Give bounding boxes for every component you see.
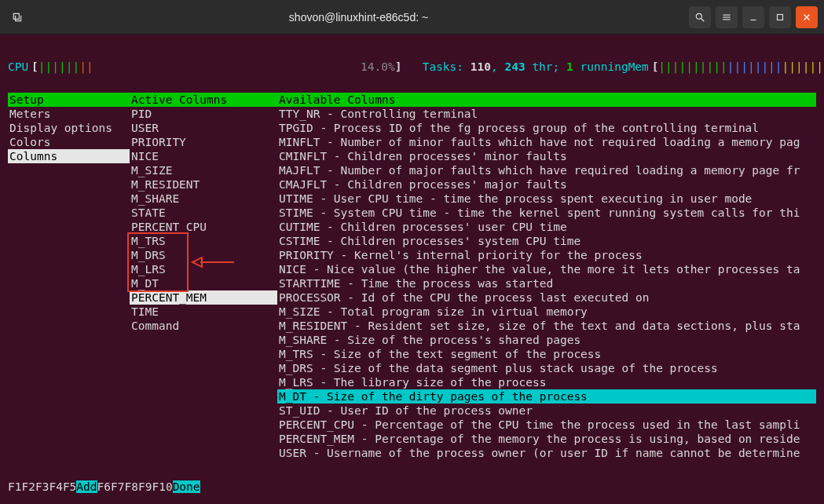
available-columns-panel-item[interactable]: STIME - System CPU time - time the kerne… bbox=[277, 206, 816, 220]
available-columns-panel-item[interactable]: M_DT - Size of the dirty pages of the pr… bbox=[277, 389, 816, 404]
search-button[interactable] bbox=[689, 6, 711, 28]
available-columns-panel-item[interactable]: CMINFLT - Children processes' minor faul… bbox=[277, 149, 816, 163]
available-columns-panel-item[interactable]: PROCESSOR - Id of the CPU the process la… bbox=[277, 290, 816, 305]
fkey-F5: F5 bbox=[63, 480, 76, 493]
available-columns-panel-item[interactable]: CMAJFLT - Children processes' major faul… bbox=[277, 177, 816, 192]
available-columns-panel-item[interactable]: PRIORITY - Kernel's internal priority fo… bbox=[277, 248, 816, 262]
active-columns-panel-item[interactable]: PERCENT_MEM bbox=[130, 290, 277, 305]
svg-line-1 bbox=[701, 18, 705, 21]
minimize-button[interactable] bbox=[742, 6, 764, 28]
maximize-button[interactable] bbox=[769, 6, 791, 28]
active-columns-panel-item[interactable]: TIME bbox=[130, 305, 277, 319]
available-columns-panel-item[interactable]: TTY_NR - Controlling terminal bbox=[277, 107, 816, 121]
fkey-label-F5[interactable]: Add bbox=[76, 480, 97, 493]
setup-panel: Setup MetersDisplay optionsColorsColumns bbox=[8, 93, 130, 460]
fkey-F4: F4 bbox=[49, 480, 62, 493]
fkey-label-F10[interactable]: Done bbox=[173, 480, 200, 493]
available-columns-panel-item[interactable]: MINFLT - Number of minor faults which ha… bbox=[277, 135, 816, 149]
active-columns-panel-item[interactable]: M_DRS bbox=[130, 248, 277, 262]
available-columns-panel-item[interactable]: NICE - Nice value (the higher the value,… bbox=[277, 262, 816, 276]
active-columns-panel-item[interactable]: M_RESIDENT bbox=[130, 177, 277, 192]
svg-rect-6 bbox=[778, 14, 783, 20]
svg-point-0 bbox=[696, 13, 701, 19]
active-columns-panel-item[interactable]: NICE bbox=[130, 149, 277, 163]
active-columns-panel-item[interactable]: USER bbox=[130, 121, 277, 135]
available-columns-panel-item[interactable]: TPGID - Process ID of the fg process gro… bbox=[277, 121, 816, 135]
fkey-F7: F7 bbox=[111, 480, 124, 493]
active-columns-panel-item[interactable]: PRIORITY bbox=[130, 135, 277, 149]
fkey-F8: F8 bbox=[124, 480, 137, 493]
available-columns-panel-item[interactable]: M_SIZE - Total program size in virtual m… bbox=[277, 305, 816, 319]
available-columns-panel-item[interactable]: M_SHARE - Size of the process's shared p… bbox=[277, 333, 816, 347]
available-columns-panel-item[interactable]: USER - Username of the process owner (or… bbox=[277, 446, 816, 460]
fkey-F6: F6 bbox=[97, 480, 111, 493]
setup-panel-item[interactable]: Colors bbox=[8, 135, 130, 149]
active-columns-panel-item[interactable]: M_TRS bbox=[130, 234, 277, 248]
active-columns-panel-item[interactable]: STATE bbox=[130, 206, 277, 220]
fkey-F2: F2 bbox=[21, 480, 35, 493]
setup-panel-header: Setup bbox=[8, 93, 130, 107]
available-columns-panel-item[interactable]: MAJFLT - Number of major faults which ha… bbox=[277, 163, 816, 177]
available-columns-panel-header: Available Columns bbox=[277, 93, 816, 107]
available-columns-panel-item[interactable]: M_RESIDENT - Resident set size, size of … bbox=[277, 319, 816, 333]
active-columns-panel-item[interactable]: PERCENT_CPU bbox=[130, 220, 277, 234]
available-columns-panel-item[interactable]: PERCENT_MEM - Percentage of the memory t… bbox=[277, 432, 816, 446]
active-columns-panel-item[interactable]: M_SIZE bbox=[130, 163, 277, 177]
active-columns-panel-header: Active Columns bbox=[130, 93, 277, 107]
fkey-F1: F1 bbox=[8, 480, 21, 493]
active-columns-panel-item[interactable]: Command bbox=[130, 319, 277, 333]
available-columns-panel-item[interactable]: PERCENT_CPU - Percentage of the CPU time… bbox=[277, 418, 816, 432]
active-columns-panel-item[interactable]: M_DT bbox=[130, 276, 277, 290]
available-columns-panel-item[interactable]: M_TRS - Size of the text segment of the … bbox=[277, 347, 816, 361]
setup-panel-item[interactable]: Display options bbox=[8, 121, 130, 135]
available-columns-panel: Available Columns TTY_NR - Controlling t… bbox=[277, 93, 816, 460]
terminal-content: CPU[|||||||| 14.0%] Tasks: 110, 243 thr;… bbox=[0, 35, 824, 474]
available-columns-panel-item[interactable]: CUTIME - Children processes' user CPU ti… bbox=[277, 220, 816, 234]
fkey-F9: F9 bbox=[138, 480, 152, 493]
menu-button[interactable] bbox=[716, 6, 738, 28]
active-columns-panel-item[interactable]: PID bbox=[130, 107, 277, 121]
available-columns-panel-item[interactable]: STARTTIME - Time the process was started bbox=[277, 276, 816, 290]
active-columns-panel: Active Columns PIDUSERPRIORITYNICEM_SIZE… bbox=[130, 93, 277, 460]
setup-panel-item[interactable]: Meters bbox=[8, 107, 130, 121]
available-columns-panel-item[interactable]: CSTIME - Children processes' system CPU … bbox=[277, 234, 816, 248]
available-columns-panel-item[interactable]: M_DRS - Size of the data segment plus st… bbox=[277, 361, 816, 375]
new-tab-button[interactable] bbox=[6, 6, 28, 28]
fkey-F3: F3 bbox=[35, 480, 49, 493]
fkey-F10: F10 bbox=[152, 480, 172, 493]
available-columns-panel-item[interactable]: UTIME - User CPU time - time the process… bbox=[277, 192, 816, 206]
available-columns-panel-item[interactable]: ST_UID - User ID of the process owner bbox=[277, 404, 816, 418]
close-button[interactable] bbox=[796, 6, 818, 28]
active-columns-panel-item[interactable]: M_LRS bbox=[130, 262, 277, 276]
active-columns-panel-item[interactable]: M_SHARE bbox=[130, 192, 277, 206]
window-title: shovon@linuxhint-e86c5d: ~ bbox=[28, 11, 689, 24]
function-key-bar: F1 F2 F3 F4 F5Add F6 F7 F8 F9 F10Done bbox=[8, 480, 816, 493]
setup-panel-item[interactable]: Columns bbox=[8, 149, 130, 163]
titlebar: shovon@linuxhint-e86c5d: ~ bbox=[0, 0, 824, 35]
available-columns-panel-item[interactable]: M_LRS - The library size of the process bbox=[277, 375, 816, 389]
